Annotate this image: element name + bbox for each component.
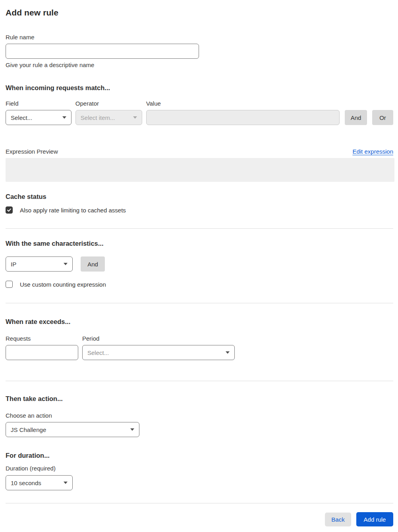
and-button[interactable]: And [345, 110, 367, 125]
chevron-down-icon [64, 263, 68, 265]
rule-name-section: Rule name Give your rule a descriptive n… [6, 34, 393, 68]
requests-input[interactable] [6, 345, 78, 360]
requests-column: Requests [6, 335, 78, 360]
rule-name-helper: Give your rule a descriptive name [6, 62, 393, 68]
custom-counting-checkbox[interactable] [6, 281, 13, 288]
add-rule-form: Add new rule Rule name Give your rule a … [0, 0, 398, 526]
match-section: When incoming requests match... Field Se… [6, 84, 393, 182]
action-heading: Then take action... [6, 395, 393, 403]
divider [6, 503, 393, 503]
rate-controls: Requests Period Select... [6, 335, 393, 360]
match-heading: When incoming requests match... [6, 84, 393, 92]
operator-label: Operator [75, 100, 142, 107]
divider [6, 228, 393, 229]
match-controls: Field Select... Operator Select item... … [6, 100, 393, 125]
rule-name-input[interactable] [6, 44, 199, 59]
duration-section: For duration... Duration (required) 10 s… [6, 452, 393, 490]
duration-heading: For duration... [6, 452, 393, 459]
page-title: Add new rule [6, 8, 393, 17]
operator-select-value: Select item... [81, 114, 115, 121]
action-section: Then take action... Choose an action JS … [6, 395, 393, 437]
chevron-down-icon [226, 351, 230, 354]
expression-preview-label: Expression Preview [6, 148, 58, 155]
cached-assets-checkbox[interactable] [6, 206, 13, 214]
footer-actions: Back Add rule [6, 512, 393, 526]
cache-status-heading: Cache status [6, 193, 393, 200]
field-select[interactable]: Select... [6, 110, 71, 125]
operator-column: Operator Select item... [75, 100, 142, 125]
custom-counting-label: Use custom counting expression [20, 281, 106, 288]
characteristics-heading: With the same characteristics... [6, 240, 393, 247]
expression-preview-box [6, 158, 394, 182]
field-select-value: Select... [11, 114, 32, 121]
rate-section: When rate exceeds... Requests Period Sel… [6, 318, 393, 360]
duration-label: Duration (required) [6, 465, 393, 472]
chevron-down-icon [62, 116, 66, 119]
period-select[interactable]: Select... [82, 345, 235, 360]
value-input [146, 110, 340, 125]
rule-name-label: Rule name [6, 34, 393, 40]
operator-select: Select item... [75, 110, 142, 125]
expression-preview-row: Expression Preview Edit expression [6, 148, 393, 155]
characteristic-select[interactable]: IP [6, 256, 73, 272]
chevron-down-icon [130, 428, 134, 431]
characteristics-and-button[interactable]: And [81, 256, 105, 272]
cache-status-section: Cache status Also apply rate limiting to… [6, 193, 393, 214]
characteristics-section: With the same characteristics... IP And … [6, 240, 393, 288]
field-column: Field Select... [6, 100, 71, 125]
period-label: Period [82, 335, 235, 342]
characteristic-select-value: IP [11, 261, 16, 268]
divider [6, 381, 393, 381]
period-column: Period Select... [82, 335, 235, 360]
field-label: Field [6, 100, 71, 107]
duration-select-value: 10 seconds [11, 480, 41, 486]
or-button[interactable]: Or [372, 110, 393, 125]
action-select[interactable]: JS Challenge [6, 422, 139, 437]
requests-label: Requests [6, 335, 78, 342]
value-column: Value [146, 100, 340, 125]
chevron-down-icon [64, 482, 68, 484]
counting-expression-row: Use custom counting expression [6, 281, 393, 288]
action-label: Choose an action [6, 412, 393, 419]
cached-assets-label: Also apply rate limiting to cached asset… [20, 207, 126, 214]
checkmark-icon [7, 208, 12, 212]
rate-heading: When rate exceeds... [6, 318, 393, 326]
cache-checkbox-row: Also apply rate limiting to cached asset… [6, 206, 393, 214]
value-label: Value [146, 100, 340, 107]
period-select-value: Select... [87, 349, 109, 356]
chevron-down-icon [133, 116, 137, 119]
duration-select[interactable]: 10 seconds [6, 475, 73, 490]
characteristics-controls: IP And [6, 256, 393, 272]
edit-expression-link[interactable]: Edit expression [352, 148, 393, 155]
action-select-value: JS Challenge [11, 426, 46, 433]
back-button[interactable]: Back [325, 513, 351, 526]
add-rule-button[interactable]: Add rule [356, 512, 393, 526]
divider [6, 303, 393, 303]
